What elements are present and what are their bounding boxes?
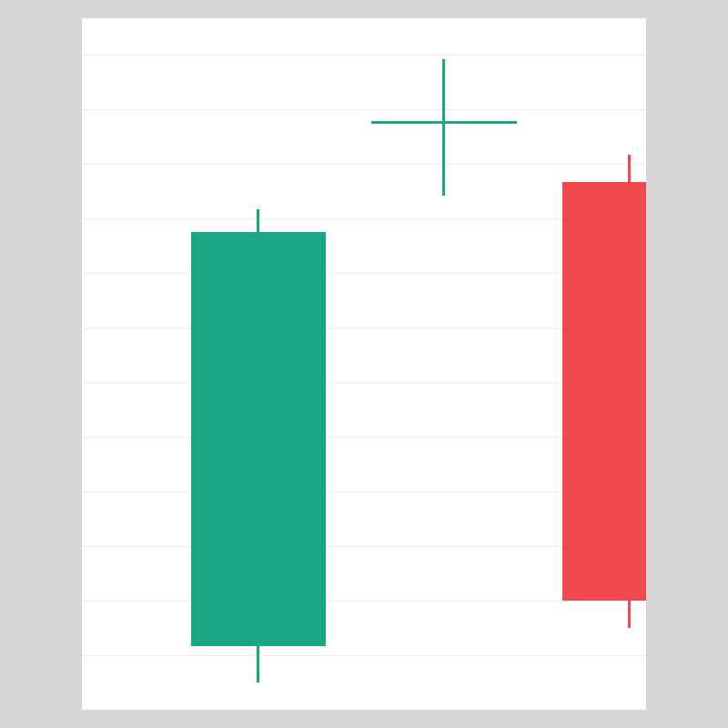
gridline xyxy=(82,55,646,56)
gridline xyxy=(82,273,646,274)
gridline xyxy=(82,546,646,547)
gridline xyxy=(82,382,646,383)
candle-2-hbar xyxy=(371,121,517,124)
gridline xyxy=(82,491,646,492)
candle-1-body xyxy=(191,232,326,646)
candle-2-wick xyxy=(442,59,445,196)
gridline xyxy=(82,218,646,219)
gridline xyxy=(82,601,646,602)
gridline xyxy=(82,655,646,656)
candle-3-body xyxy=(562,182,646,601)
gridline xyxy=(82,109,646,110)
gridline xyxy=(82,437,646,438)
gridline xyxy=(82,328,646,329)
chart-panel xyxy=(82,18,646,710)
gridline xyxy=(82,164,646,165)
